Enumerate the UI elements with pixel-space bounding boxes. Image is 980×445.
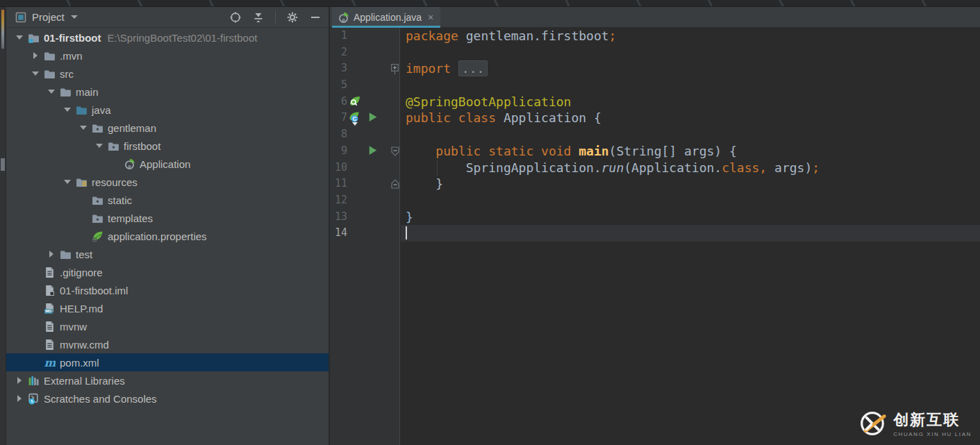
tree-item-src[interactable]: src: [6, 65, 329, 83]
tree-item-path: E:\SpringBootTest02\01-firstboot: [108, 32, 258, 44]
project-panel-title[interactable]: Project: [32, 11, 65, 23]
chevron-down-icon[interactable]: [71, 15, 78, 19]
close-icon[interactable]: ×: [428, 12, 433, 23]
tree-item-label: firstboot: [124, 140, 160, 152]
tree-item-label: main: [76, 86, 99, 98]
tree-item-scratches-and-consoles[interactable]: Scratches and Consoles: [6, 389, 329, 408]
tree-item-label: .gitignore: [60, 267, 103, 278]
tree-item-label: 01-firstboot.iml: [60, 285, 128, 296]
tab-application-java[interactable]: Application.java ×: [332, 7, 440, 28]
tree-arrow-spacer: [32, 341, 39, 348]
code-line-2[interactable]: [401, 44, 980, 61]
fold-marker-up-icon[interactable]: [391, 179, 399, 188]
line-number: 9: [330, 144, 347, 157]
file-text-icon: [44, 267, 56, 278]
code-line-7[interactable]: public class Application {: [401, 110, 980, 126]
code-line-10[interactable]: SpringApplication.run(Application.class,…: [401, 160, 980, 176]
folder-pkg-icon: [92, 212, 103, 224]
code-line-12[interactable]: [401, 192, 980, 209]
tree-item-mvnw-cmd[interactable]: mvnw.cmd: [6, 335, 329, 353]
gear-icon[interactable]: [286, 11, 299, 24]
chevron-collapsed-icon[interactable]: [48, 251, 55, 258]
chevron-expanded-icon[interactable]: [32, 70, 39, 77]
chevron-expanded-icon[interactable]: [64, 178, 71, 185]
tree-item-label: test: [76, 249, 92, 260]
fold-marker-plus-icon[interactable]: [391, 64, 399, 73]
tree-arrow-spacer: [80, 215, 87, 221]
tree-item-label: application.properties: [108, 230, 207, 242]
code-line-13[interactable]: }: [401, 209, 980, 226]
folder-pkg-icon: [92, 194, 103, 206]
tree-item-pom-xml[interactable]: mpom.xml: [6, 353, 329, 371]
tree-item-label: HELP.md: [60, 303, 103, 314]
project-tree: 01-firstbootE:\SpringBootTest02\01-first…: [6, 28, 329, 408]
project-tool-window-icon: [15, 12, 26, 23]
tree-item-gitignore[interactable]: .gitignore: [6, 263, 329, 281]
code-line-14[interactable]: [401, 225, 980, 242]
chevron-collapsed-icon[interactable]: [32, 52, 39, 59]
line-number: 6: [330, 95, 347, 108]
project-tool-window: Project: [6, 7, 330, 445]
code-line-text: public static void main(String[] args) {: [401, 143, 980, 160]
code-line-5[interactable]: [401, 77, 980, 94]
fold-marker-down-icon[interactable]: [391, 146, 399, 156]
tree-item-label: templates: [108, 212, 153, 224]
tree-item-java[interactable]: java: [6, 101, 329, 119]
code-line-1[interactable]: package gentleman.firstboot;: [401, 28, 980, 44]
tree-item-resources[interactable]: resources: [6, 173, 329, 191]
chevron-expanded-icon[interactable]: [48, 88, 55, 95]
tree-item-firstboot[interactable]: firstboot: [6, 137, 329, 155]
run-icon[interactable]: [367, 144, 379, 157]
svg-text:C: C: [353, 116, 357, 123]
tree-item-label: mvnw: [60, 321, 87, 333]
file-text-icon: [44, 339, 56, 351]
editor-code-area[interactable]: package gentleman.firstboot;import ...@S…: [401, 28, 980, 445]
tree-item-application[interactable]: Application: [6, 155, 329, 173]
code-line-text: SpringApplication.run(Application.class,…: [401, 160, 980, 176]
tree-item-static[interactable]: static: [6, 191, 329, 209]
gutter-popup-caret-icon[interactable]: [352, 122, 358, 126]
chevron-expanded-icon[interactable]: [96, 142, 103, 149]
collapse-all-icon[interactable]: [252, 11, 265, 24]
tree-item-label: mvnw.cmd: [60, 339, 109, 351]
code-line-9[interactable]: public static void main(String[] args) {: [401, 143, 980, 160]
tree-item-application-properties[interactable]: application.properties: [6, 227, 329, 245]
main-toolbar-sliver: [0, 0, 980, 7]
file-text-icon: [44, 321, 56, 333]
chevron-expanded-icon[interactable]: [16, 34, 23, 41]
chevron-expanded-icon[interactable]: [80, 124, 87, 131]
code-line-11[interactable]: }: [401, 176, 980, 192]
tree-arrow-spacer: [32, 359, 39, 366]
tree-item-main[interactable]: main: [6, 83, 329, 101]
locate-icon[interactable]: [229, 11, 242, 24]
tree-item-01-firstboot-iml[interactable]: 01-firstboot.iml: [6, 281, 329, 299]
chevron-collapsed-icon[interactable]: [16, 395, 23, 402]
chevron-expanded-icon[interactable]: [64, 106, 71, 113]
tree-item-help-md[interactable]: MDHELP.md: [6, 299, 329, 317]
tree-item-mvn[interactable]: .mvn: [6, 47, 329, 65]
chevron-collapsed-icon[interactable]: [16, 377, 23, 384]
code-line-text: @SpringBootApplication: [401, 94, 980, 110]
code-line-8[interactable]: [401, 126, 980, 143]
tool-window-stripe[interactable]: [0, 7, 6, 445]
tree-item-mvnw[interactable]: mvnw: [6, 317, 329, 335]
tree-item-gentleman[interactable]: gentleman: [6, 119, 329, 137]
folder-root-icon: [28, 32, 40, 44]
project-panel-header: Project: [6, 7, 329, 28]
gutter-row-5: 5: [330, 77, 399, 94]
tree-arrow-spacer: [32, 305, 39, 312]
code-line-6[interactable]: @SpringBootApplication: [401, 94, 980, 110]
folder-icon: [44, 68, 56, 80]
tree-item-01-firstboot[interactable]: 01-firstbootE:\SpringBootTest02\01-first…: [6, 28, 329, 47]
ide-window: Project: [0, 0, 980, 445]
hide-icon[interactable]: [309, 11, 322, 24]
watermark-cn-text: 创新互联: [893, 410, 972, 430]
tab-title: Application.java: [354, 12, 422, 23]
watermark-en-text: CHUANG XIN HU LIAN: [893, 431, 972, 437]
code-line-3[interactable]: import ...: [401, 60, 980, 77]
tree-item-test[interactable]: test: [6, 245, 329, 263]
tree-item-external-libraries[interactable]: External Libraries: [6, 371, 329, 389]
run-icon[interactable]: [367, 111, 379, 124]
tree-item-templates[interactable]: templates: [6, 209, 329, 227]
tree-item-label: External Libraries: [44, 375, 125, 387]
